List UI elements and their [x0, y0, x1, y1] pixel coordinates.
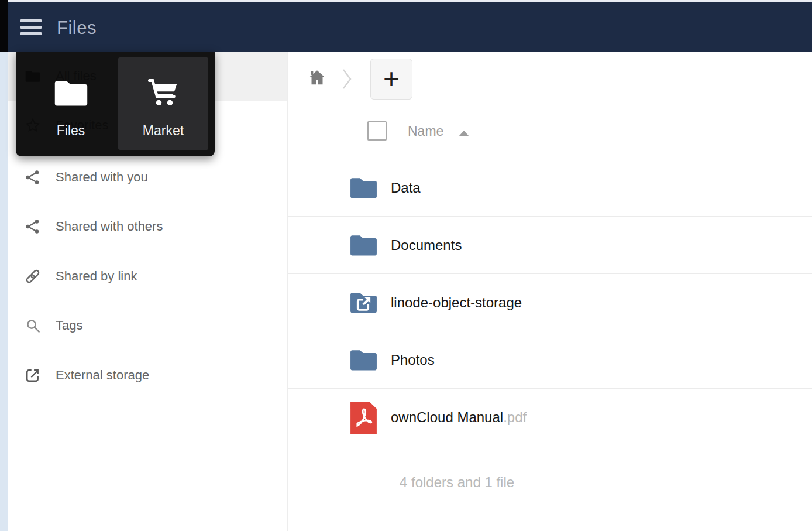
sidebar-item-shared-with-you[interactable]: Shared with you — [8, 153, 287, 202]
file-name: Documents — [391, 217, 462, 274]
folder-white-icon — [26, 75, 116, 111]
file-name: ownCloud Manual.pdf — [391, 389, 527, 446]
left-edge-strip-top — [0, 0, 8, 52]
sidebar-item-label: Tags — [56, 301, 82, 350]
file-name: linode-object-storage — [391, 274, 522, 331]
select-all-checkbox[interactable] — [367, 121, 387, 141]
home-icon — [307, 80, 327, 90]
sidebar-item-label: External storage — [56, 351, 149, 400]
sidebar-item-external-storage[interactable]: External storage — [8, 351, 287, 400]
owncloud-files-page: Files All filesFavoritesShared with youS… — [0, 0, 812, 531]
file-row-owncloud-manual[interactable]: ownCloud Manual.pdf — [288, 389, 812, 446]
header-bar: Files — [8, 2, 812, 52]
folder-icon — [347, 331, 379, 389]
sidebar-item-label: Shared by link — [56, 252, 137, 301]
file-name: Photos — [391, 331, 435, 389]
sidebar-item-shared-by-link[interactable]: Shared by link — [8, 252, 287, 301]
link-icon — [23, 252, 42, 301]
app-menu-dropdown: FilesMarket — [16, 52, 215, 156]
sort-ascending-icon — [459, 131, 469, 136]
page-title: Files — [57, 18, 97, 39]
folder-icon — [347, 159, 379, 217]
app-menu-item-label: Files — [26, 123, 116, 139]
magnifier-icon — [23, 301, 42, 350]
file-row-documents[interactable]: Documents — [288, 217, 812, 274]
share-icon — [23, 202, 42, 251]
file-extension: .pdf — [503, 409, 527, 426]
app-menu-item-files[interactable]: Files — [26, 57, 116, 150]
new-file-button[interactable]: + — [370, 59, 412, 100]
app-menu-item-label: Market — [118, 123, 208, 139]
sidebar-item-label: Shared with others — [56, 202, 163, 251]
file-table-header: Name — [288, 111, 812, 159]
file-row-data[interactable]: Data — [288, 159, 812, 217]
sidebar-item-label: Shared with you — [56, 153, 148, 202]
file-row-linode-object-storage[interactable]: linode-object-storage — [288, 274, 812, 331]
file-list-summary: 4 folders and 1 file — [400, 474, 514, 491]
hamburger-icon[interactable] — [20, 19, 42, 35]
file-row-photos[interactable]: Photos — [288, 331, 812, 389]
breadcrumb-home[interactable] — [307, 68, 327, 88]
sidebar-item-shared-with-others[interactable]: Shared with others — [8, 202, 287, 251]
pdf-icon — [347, 389, 379, 446]
cart-icon — [118, 75, 208, 111]
left-edge-strip — [0, 52, 8, 531]
sidebar-item-tags[interactable]: Tags — [8, 301, 287, 350]
main-content: + Name DataDocumentslinode-object-storag… — [288, 52, 812, 531]
file-name: Data — [391, 159, 421, 217]
name-column-header[interactable]: Name — [408, 124, 443, 139]
chevron-right-icon — [340, 67, 354, 91]
file-rows: DataDocumentslinode-object-storagePhotos… — [288, 159, 812, 446]
external-link-icon — [23, 351, 42, 400]
share-icon — [23, 153, 42, 202]
folder-icon — [347, 217, 379, 274]
folder-external-icon — [347, 274, 379, 331]
app-menu-item-market[interactable]: Market — [118, 57, 208, 150]
